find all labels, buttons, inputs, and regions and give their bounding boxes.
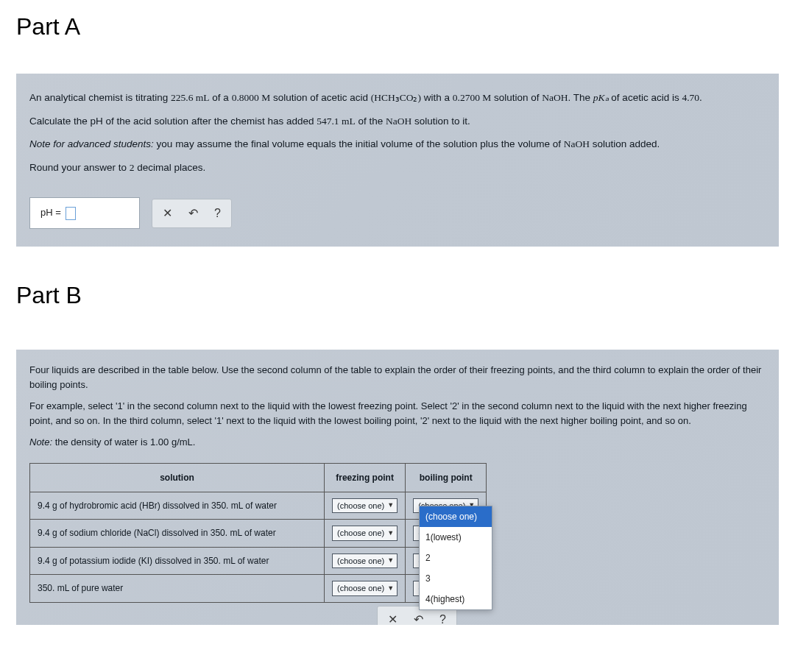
select-label: (choose one) — [337, 527, 384, 540]
pka-label: pKₐ — [593, 92, 609, 103]
dropdown-option-2[interactable]: 2 — [420, 548, 492, 568]
solution-cell: 9.4 g of potassium iodide (KI) dissolved… — [30, 547, 325, 575]
part-b-panel: Four liquids are described in the table … — [16, 350, 779, 625]
chevron-down-icon: ▼ — [387, 501, 394, 511]
freezing-select-3[interactable]: (choose one)▼ — [332, 553, 398, 569]
dropdown-option-4[interactable]: 4(highest) — [420, 589, 492, 609]
text: of a — [210, 92, 232, 103]
solution-cell: 9.4 g of hydrobromic acid (HBr) dissolve… — [30, 492, 325, 520]
text: . — [699, 92, 702, 103]
note-label: Note for advanced students: — [29, 138, 154, 149]
text: decimal places. — [135, 162, 206, 173]
header-freezing: freezing point — [325, 463, 406, 492]
formula: (HCH₃CO₂) — [371, 92, 421, 103]
base: NaOH — [386, 116, 411, 127]
tool-row: ✕ ↶ ? — [152, 199, 232, 228]
select-label: (choose one) — [337, 555, 384, 567]
text: solution to it. — [411, 116, 470, 127]
text: solution of acetic acid — [270, 92, 371, 103]
ph-answer-box[interactable]: pH = — [29, 197, 140, 229]
density: 1.00 g/mL — [150, 436, 193, 448]
select-label: (choose one) — [337, 582, 384, 595]
table-row: 9.4 g of hydrobromic acid (HBr) dissolve… — [30, 492, 487, 520]
header-boiling: boiling point — [406, 463, 487, 492]
table-row: 9.4 g of potassium iodide (KI) dissolved… — [30, 547, 487, 575]
volume-1: 225.6 mL — [171, 92, 210, 103]
problem-line-2: Calculate the pH of the acid solution af… — [29, 113, 766, 130]
text: An analytical chemist is titrating — [29, 92, 171, 103]
dropdown-option-3[interactable]: 3 — [420, 568, 492, 589]
text: of the — [356, 116, 386, 127]
text: with a — [421, 92, 453, 103]
text: solution of — [491, 92, 542, 103]
text: the density of water is — [52, 436, 150, 448]
table-row: 9.4 g of sodium chloride (NaCl) dissolve… — [30, 520, 487, 548]
help-icon[interactable]: ? — [214, 204, 221, 223]
text: you may assume the final volume equals t… — [154, 138, 564, 149]
part-a-panel: An analytical chemist is titrating 225.6… — [16, 74, 779, 247]
chevron-down-icon: ▼ — [387, 528, 394, 539]
freezing-select-1[interactable]: (choose one)▼ — [332, 498, 398, 514]
intro-1: Four liquids are described in the table … — [29, 363, 766, 392]
solution-cell: 350. mL of pure water — [30, 575, 325, 603]
freezing-select-2[interactable]: (choose one)▼ — [332, 526, 398, 541]
select-label: (choose one) — [337, 500, 384, 512]
boiling-dropdown-open[interactable]: (choose one) 1(lowest) 2 3 4(highest) — [419, 506, 492, 610]
clear-icon[interactable]: ✕ — [163, 204, 172, 223]
problem-line-1: An analytical chemist is titrating 225.6… — [29, 90, 766, 106]
table-row: 350. mL of pure water (choose one)▼ (cho… — [30, 575, 487, 603]
ph-label: pH = — [40, 205, 61, 221]
text: solution added. — [590, 138, 660, 149]
undo-icon[interactable]: ↶ — [414, 611, 423, 625]
freezing-select-4[interactable]: (choose one)▼ — [332, 581, 398, 596]
base: NaOH — [564, 138, 590, 149]
text: . — [193, 436, 196, 448]
header-solution: solution — [30, 463, 325, 492]
help-icon[interactable]: ? — [439, 611, 446, 625]
text: Calculate the pH of the acid solution af… — [29, 116, 317, 127]
base: NaOH — [542, 92, 568, 103]
round-line: Round your answer to 2 decimal places. — [29, 160, 766, 176]
part-b-title: Part B — [0, 269, 795, 316]
note-line: Note for advanced students: you may assu… — [29, 136, 766, 152]
chevron-down-icon: ▼ — [387, 556, 394, 566]
part-a-title: Part A — [0, 0, 795, 48]
conc-2: 0.2700 M — [453, 92, 492, 103]
pka-value: 4.70 — [682, 92, 699, 103]
ph-input[interactable] — [66, 207, 76, 220]
text: . The — [568, 92, 593, 103]
clear-icon[interactable]: ✕ — [388, 611, 398, 625]
chevron-down-icon: ▼ — [387, 584, 394, 594]
note-label: Note: — [29, 436, 52, 448]
text: of acetic acid is — [609, 92, 682, 103]
solution-cell: 9.4 g of sodium chloride (NaCl) dissolve… — [30, 520, 325, 548]
intro-2: For example, select '1' in the second co… — [29, 399, 766, 428]
dropdown-option-1[interactable]: 1(lowest) — [420, 527, 492, 548]
text: Round your answer to — [29, 162, 130, 173]
conc-1: 0.8000 M — [232, 92, 271, 103]
note-b: Note: the density of water is 1.00 g/mL. — [29, 435, 766, 450]
volume-2: 547.1 mL — [317, 116, 356, 127]
answer-row: pH = ✕ ↶ ? — [29, 197, 766, 229]
undo-icon[interactable]: ↶ — [188, 204, 198, 223]
dropdown-option-placeholder[interactable]: (choose one) — [420, 506, 492, 527]
decimals: 2 — [130, 162, 135, 173]
